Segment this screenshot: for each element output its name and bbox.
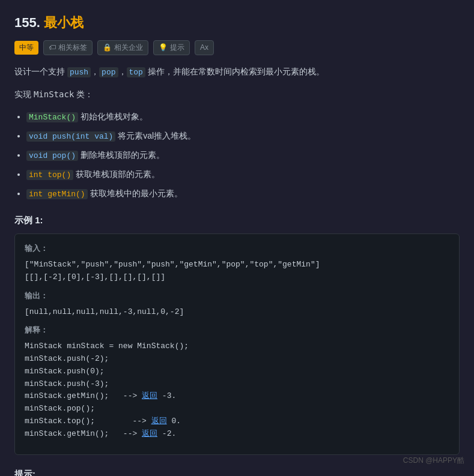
problem-description: 设计一个支持 push，pop，top 操作，并能在常数时间内检索到最小元素的栈… <box>14 65 460 79</box>
page-title: 155. 最小栈 <box>14 12 460 33</box>
list-item: MinStack() 初始化堆栈对象。 <box>26 110 460 124</box>
return-link-1: 返回 <box>142 391 157 400</box>
example-block: 输入： ["MinStack","push","push","push","ge… <box>14 233 460 455</box>
explain-line-2: minStack.push(-2); <box>25 353 449 366</box>
input-section: 输入： ["MinStack","push","push","push","ge… <box>25 243 449 283</box>
list-item: int top() 获取堆栈顶部的元素。 <box>26 167 460 182</box>
explain-line-7: minStack.top(); --> 返回 0. <box>25 415 449 428</box>
problem-number: 155. <box>14 15 40 30</box>
explain-line-3: minStack.push(0); <box>25 366 449 378</box>
return-link-3: 返回 <box>142 429 157 438</box>
output-value: [null,null,null,null,-3,null,0,-2] <box>25 306 449 319</box>
input-label: 输入： <box>25 243 449 255</box>
explain-section: 解释： MinStack minStack = new MinStack(); … <box>25 324 449 440</box>
method-code-4: int top() <box>26 170 73 180</box>
difficulty-badge[interactable]: 中等 <box>14 41 38 55</box>
tags-row: 中等 🏷 相关标签 🔒 相关企业 💡 提示 Ax <box>14 40 460 55</box>
implement-line: 实现 MinStack 类： <box>14 88 460 101</box>
ax-badge[interactable]: Ax <box>195 40 214 55</box>
related-company-badge[interactable]: 🔒 相关企业 <box>97 40 148 55</box>
list-item: void push(int val) 将元素val推入堆栈。 <box>26 129 460 143</box>
explain-line-8: minStack.getMin(); --> 返回 -2. <box>25 428 449 441</box>
method-code-3: void pop() <box>26 151 78 161</box>
explain-line-4: minStack.push(-3); <box>25 378 449 391</box>
branding: CSDN @HAPPY酷 <box>403 455 464 466</box>
method-code-5: int getMin() <box>26 189 88 199</box>
hints-section: 提示: -2³¹ <= val <= 2³¹ - 1 pop、 top 和 ge… <box>14 467 460 476</box>
return-link-2: 返回 <box>151 417 167 426</box>
problem-title: 最小栈 <box>44 15 84 30</box>
tag-icon: 🏷 <box>49 42 56 53</box>
hint-badge[interactable]: 💡 提示 <box>153 40 190 55</box>
list-item: int getMin() 获取堆栈中的最小元素。 <box>26 187 460 201</box>
lock-icon: 🔒 <box>103 42 112 53</box>
related-tags-badge[interactable]: 🏷 相关标签 <box>43 40 93 55</box>
method-code-1: MinStack() <box>26 112 78 122</box>
list-item: void pop() 删除堆栈顶部的元素。 <box>26 148 460 163</box>
hints-title: 提示: <box>14 467 460 476</box>
explain-line-6: minStack.pop(); <box>25 403 449 415</box>
method-code-2: void push(int val) <box>26 131 115 142</box>
input-line2: [[],[-2],[0],[-3],[],[],[],[]] <box>25 271 449 284</box>
explain-label: 解释： <box>25 324 449 337</box>
bulb-icon: 💡 <box>159 42 168 53</box>
explain-line-5: minStack.getMin(); --> 返回 -3. <box>25 390 449 403</box>
explain-line-1: MinStack minStack = new MinStack(); <box>25 340 449 353</box>
method-list: MinStack() 初始化堆栈对象。 void push(int val) 将… <box>14 110 460 201</box>
output-section: 输出： [null,null,null,null,-3,null,0,-2] <box>25 290 449 319</box>
output-label: 输出： <box>25 290 449 303</box>
example-section-title: 示例 1: <box>14 213 460 227</box>
input-line1: ["MinStack","push","push","push","getMin… <box>25 259 449 271</box>
